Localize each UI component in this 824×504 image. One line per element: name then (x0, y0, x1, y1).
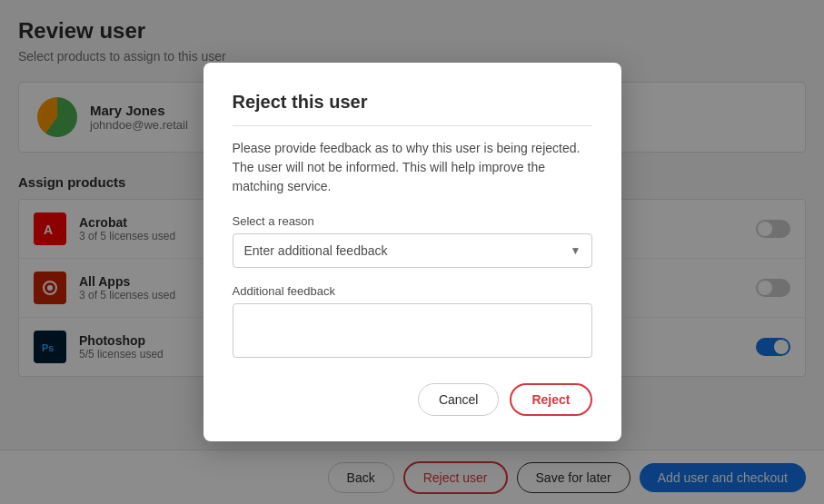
feedback-label: Additional feedback (233, 284, 592, 298)
modal-footer: Cancel Reject (233, 383, 592, 416)
select-reason-dropdown[interactable]: Enter additional feedback (233, 233, 592, 268)
modal-title: Reject this user (233, 92, 592, 126)
modal-overlay: Reject this user Please provide feedback… (0, 0, 824, 504)
reject-button[interactable]: Reject (510, 383, 591, 416)
feedback-textarea[interactable] (233, 303, 592, 358)
reject-user-modal: Reject this user Please provide feedback… (204, 63, 621, 441)
review-user-page: Review user Select products to assign to… (0, 0, 824, 504)
modal-body: Please provide feedback as to why this u… (233, 139, 592, 196)
select-reason-label: Select a reason (233, 214, 592, 228)
select-reason-wrapper: Enter additional feedback ▼ (233, 233, 592, 268)
cancel-button[interactable]: Cancel (418, 383, 500, 416)
